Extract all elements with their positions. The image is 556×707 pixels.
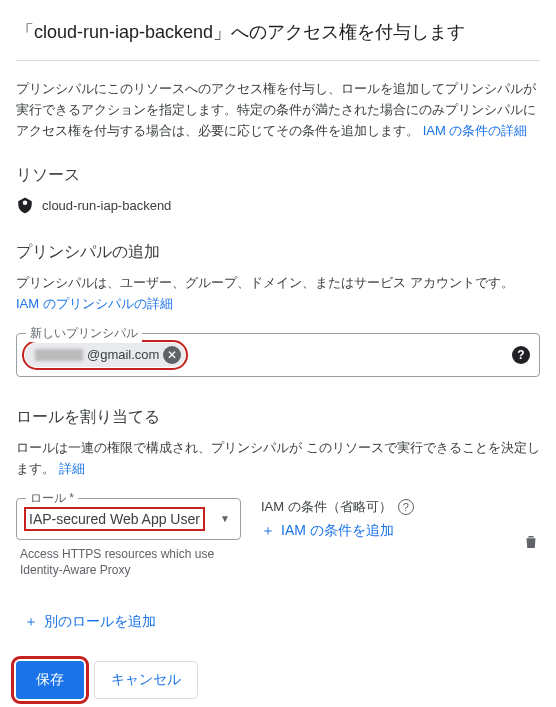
iam-principals-link[interactable]: IAM のプリンシパルの詳細 — [16, 296, 173, 311]
principals-input-label: 新しいプリンシパル — [26, 325, 142, 342]
chip-suffix: @gmail.com — [87, 347, 159, 362]
panel-description: プリンシパルにこのリソースへのアクセス権を付与し、ロールを追加してプリンシパルが… — [16, 79, 540, 141]
condition-header: IAM の条件（省略可） ? — [261, 498, 502, 516]
iam-conditions-link[interactable]: IAM の条件の詳細 — [423, 123, 528, 138]
panel-title: 「cloud-run-iap-backend」へのアクセス権を付与します — [16, 20, 540, 61]
delete-role-button[interactable] — [522, 525, 540, 551]
footer-buttons: 保存 キャンセル — [16, 661, 540, 699]
role-assignment-row: ロール * IAP-secured Web App User ▼ Access … — [16, 498, 540, 580]
principals-description: プリンシパルは、ユーザー、グループ、ドメイン、またはサービス アカウントです。 … — [16, 273, 540, 315]
chip-remove-icon[interactable]: ✕ — [163, 346, 181, 364]
role-select-label: ロール * — [26, 490, 78, 507]
chevron-down-icon: ▼ — [220, 513, 230, 524]
role-select-value: IAP-secured Web App User — [27, 510, 202, 528]
principal-chip[interactable]: @gmail.com ✕ — [25, 343, 185, 367]
roles-heading: ロールを割り当てる — [16, 407, 540, 428]
roles-description: ロールは一連の権限で構成され、プリンシパルが このリソースで実行できることを決定… — [16, 438, 540, 480]
redacted-text — [35, 349, 83, 361]
add-another-role-button[interactable]: ＋ 別のロールを追加 — [24, 613, 156, 631]
principals-heading: プリンシパルの追加 — [16, 242, 540, 263]
save-button[interactable]: 保存 — [16, 661, 84, 699]
role-helper-text: Access HTTPS resources which use Identit… — [16, 546, 241, 580]
add-condition-button[interactable]: ＋ IAM の条件を追加 — [261, 522, 394, 540]
trash-icon — [522, 533, 540, 551]
help-icon[interactable]: ? — [512, 346, 530, 364]
cancel-button[interactable]: キャンセル — [94, 661, 198, 699]
help-icon[interactable]: ? — [398, 499, 414, 515]
resource-icon — [16, 196, 34, 214]
resource-heading: リソース — [16, 165, 540, 186]
plus-icon: ＋ — [24, 613, 38, 631]
roles-detail-link[interactable]: 詳細 — [59, 461, 85, 476]
resource-row: cloud-run-iap-backend — [16, 196, 540, 214]
resource-name: cloud-run-iap-backend — [42, 198, 171, 213]
plus-icon: ＋ — [261, 522, 275, 540]
principals-input-wrapper: 新しいプリンシパル @gmail.com ✕ ? — [16, 333, 540, 377]
